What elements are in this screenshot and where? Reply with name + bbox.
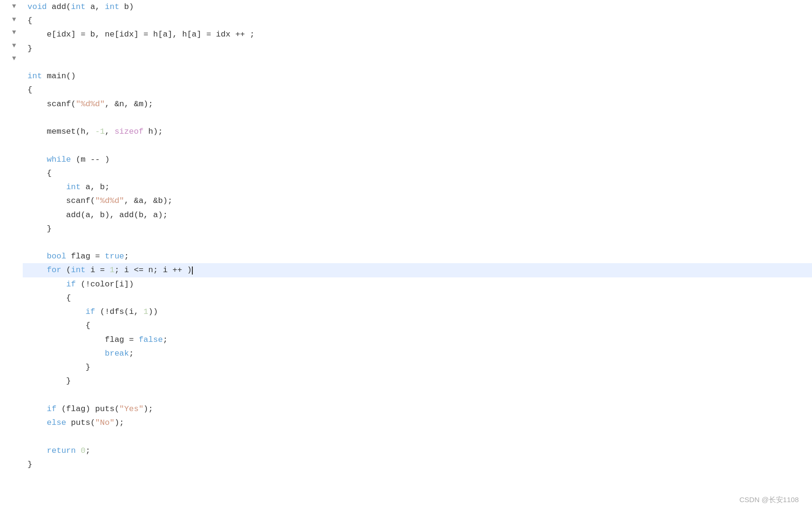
code-line: {: [23, 83, 812, 97]
code-line: scanf("%d%d", &a, &b);: [23, 194, 812, 208]
code-line: e[idx] = b, ne[idx] = h[a], h[a] = idx +…: [23, 28, 812, 41]
code-line: if (!dfs(i, 1)): [23, 305, 812, 319]
code-line: {: [23, 166, 812, 180]
code-line: int main(): [23, 69, 812, 83]
code-line: [23, 236, 812, 249]
code-line: return 0;: [23, 444, 812, 458]
code-line: [23, 138, 812, 152]
code-line: [23, 388, 812, 402]
code-line: add(a, b), add(b, a);: [23, 208, 812, 222]
code-line: int a, b;: [23, 180, 812, 194]
code-line: memset(h, -1, sizeof h);: [23, 125, 812, 138]
code-line-highlighted: for (int i = 1; i <= n; i ++ ): [23, 263, 812, 277]
code-line: scanf("%d%d", &n, &m);: [23, 97, 812, 111]
code-line: while (m -- ): [23, 153, 812, 166]
line-numbers: ▼ ▼ ▼ ▼ ▼: [0, 0, 23, 471]
watermark: CSDN @长安1108: [740, 494, 799, 505]
code-line: bool flag = true;: [23, 249, 812, 263]
code-line: }: [23, 360, 812, 374]
code-line: else puts("No");: [23, 416, 812, 430]
code-editor: ▼ ▼ ▼ ▼ ▼: [0, 0, 812, 514]
code-line: {: [23, 319, 812, 332]
code-line: {: [23, 291, 812, 305]
code-line: }: [23, 374, 812, 388]
code-line: break;: [23, 347, 812, 360]
code-line: [23, 55, 812, 69]
code-line: {: [23, 14, 812, 28]
code-line: if (!color[i]): [23, 277, 812, 291]
code-line: flag = false;: [23, 333, 812, 347]
code-line: }: [23, 222, 812, 236]
code-line: if (flag) puts("Yes");: [23, 402, 812, 416]
code-line: }: [23, 458, 812, 471]
code-line: }: [23, 42, 812, 55]
code-area: ▼ ▼ ▼ ▼ ▼: [0, 0, 812, 471]
code-line: void add(int a, int b): [23, 0, 812, 14]
code-line: [23, 111, 812, 125]
code-line: [23, 430, 812, 443]
code-content[interactable]: void add(int a, int b) { e[idx] = b, ne[…: [23, 0, 812, 471]
